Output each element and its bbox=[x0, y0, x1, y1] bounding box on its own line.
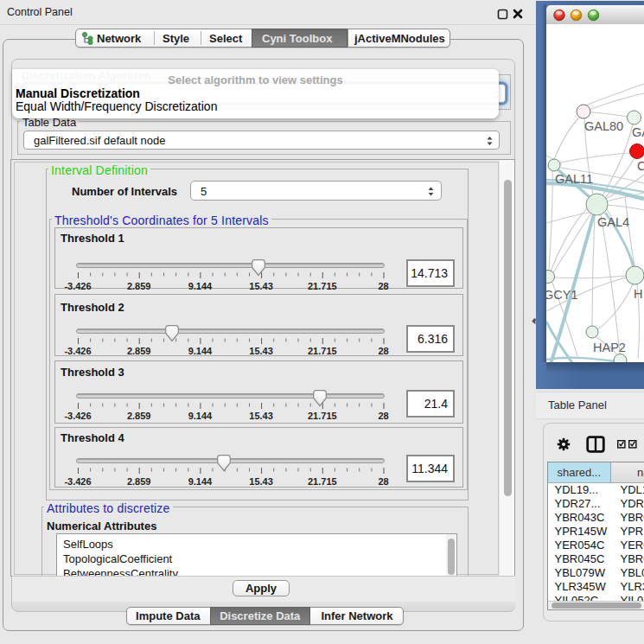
svg-text:GAL4: GAL4 bbox=[597, 215, 629, 229]
svg-text:GCY1: GCY1 bbox=[546, 288, 578, 302]
svg-text:GAL80: GAL80 bbox=[584, 119, 623, 133]
svg-text:C: C bbox=[637, 159, 644, 173]
svg-text:GAL11: GAL11 bbox=[555, 172, 593, 186]
svg-text:GA: GA bbox=[632, 125, 644, 139]
svg-text:H: H bbox=[634, 287, 642, 301]
svg-text:HAP2: HAP2 bbox=[593, 341, 626, 354]
